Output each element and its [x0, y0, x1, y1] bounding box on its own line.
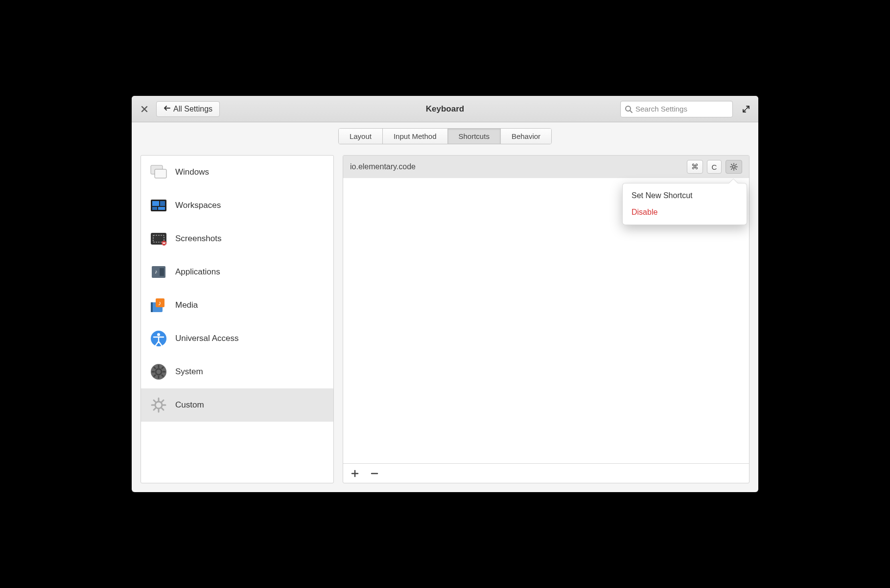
sidebar-item-media[interactable]: ♪ Media	[141, 289, 333, 322]
media-icon: ♪	[149, 295, 168, 315]
headerbar: All Settings Keyboard	[132, 96, 758, 122]
svg-point-19	[157, 333, 160, 336]
sidebar-item-windows[interactable]: Windows	[141, 156, 333, 189]
shortcut-settings-button[interactable]	[726, 160, 742, 174]
shortcut-row[interactable]: io.elementary.code ⌘ C	[343, 156, 749, 178]
search-input[interactable]	[635, 105, 728, 113]
tabs-row: Layout Input Method Shortcuts Behavior	[132, 122, 758, 148]
svg-rect-5	[160, 201, 165, 206]
workspaces-icon	[149, 196, 168, 215]
windows-icon	[149, 162, 168, 182]
svg-point-22	[155, 402, 162, 408]
detail-panel: io.elementary.code ⌘ C Set New Shortcut	[343, 155, 749, 483]
sidebar-item-system[interactable]: System	[141, 355, 333, 388]
tab-input-method[interactable]: Input Method	[383, 129, 448, 144]
back-button-label: All Settings	[173, 105, 212, 113]
sidebar-item-custom[interactable]: Custom	[141, 388, 333, 422]
tabs: Layout Input Method Shortcuts Behavior	[338, 128, 552, 144]
shortcut-label: io.elementary.code	[350, 162, 683, 171]
search-icon	[625, 105, 632, 113]
svg-rect-7	[158, 207, 165, 210]
svg-point-23	[732, 165, 735, 168]
svg-text:♪: ♪	[158, 299, 162, 307]
screenshots-icon	[149, 229, 168, 249]
accessibility-icon	[149, 329, 168, 348]
popover-item-disable[interactable]: Disable	[623, 204, 747, 221]
sidebar-item-workspaces[interactable]: Workspaces	[141, 189, 333, 222]
search-box[interactable]	[620, 101, 733, 117]
back-arrow-icon	[164, 105, 170, 113]
sidebar-item-universal-access[interactable]: Universal Access	[141, 322, 333, 355]
plus-icon	[351, 470, 359, 477]
tab-behavior[interactable]: Behavior	[501, 129, 551, 144]
tab-layout[interactable]: Layout	[339, 129, 383, 144]
svg-text:♪: ♪	[155, 269, 158, 274]
custom-icon	[149, 395, 168, 415]
sidebar-item-label: Screenshots	[175, 234, 222, 244]
sidebar-item-applications[interactable]: ♪ Applications	[141, 255, 333, 289]
category-sidebar: Windows Workspaces Screenshots ♪ Applica…	[141, 155, 334, 483]
back-button[interactable]: All Settings	[156, 101, 220, 117]
svg-rect-2	[155, 169, 166, 178]
sidebar-item-label: Workspaces	[175, 201, 221, 210]
key-chip-modifier: ⌘	[687, 160, 703, 174]
svg-rect-13	[160, 268, 164, 276]
system-icon	[149, 362, 168, 382]
svg-rect-4	[152, 201, 159, 206]
sidebar-item-label: Media	[175, 300, 198, 310]
tab-shortcuts[interactable]: Shortcuts	[448, 129, 501, 144]
minus-icon	[371, 470, 378, 477]
key-chip-letter: C	[707, 160, 722, 174]
body: Windows Workspaces Screenshots ♪ Applica…	[132, 148, 758, 492]
sidebar-item-label: Custom	[175, 400, 204, 410]
remove-shortcut-button[interactable]	[368, 467, 381, 480]
maximize-button[interactable]	[740, 103, 752, 115]
shortcut-popover: Set New Shortcut Disable	[622, 183, 747, 225]
applications-icon: ♪	[149, 262, 168, 282]
shortcut-toolbar	[343, 463, 749, 483]
svg-rect-15	[151, 302, 153, 312]
add-shortcut-button[interactable]	[348, 467, 362, 480]
settings-window: All Settings Keyboard Layout Input Metho…	[132, 96, 758, 492]
gear-icon	[729, 162, 738, 171]
close-icon	[141, 106, 148, 113]
maximize-icon	[742, 105, 750, 113]
svg-rect-6	[152, 207, 157, 210]
popover-item-set-new-shortcut[interactable]: Set New Shortcut	[623, 187, 747, 204]
close-button[interactable]	[138, 102, 151, 116]
sidebar-item-label: System	[175, 367, 203, 377]
sidebar-item-label: Universal Access	[175, 334, 238, 343]
sidebar-item-label: Applications	[175, 267, 220, 277]
sidebar-item-label: Windows	[175, 167, 209, 177]
sidebar-item-screenshots[interactable]: Screenshots	[141, 222, 333, 255]
